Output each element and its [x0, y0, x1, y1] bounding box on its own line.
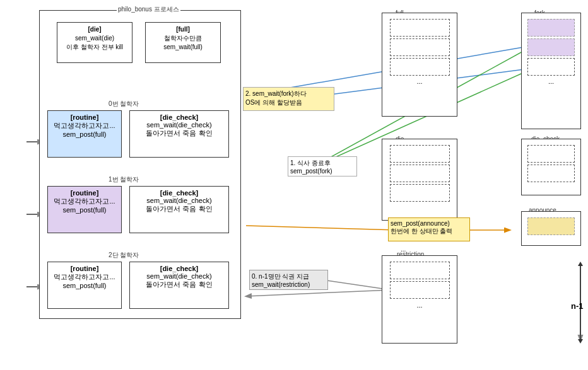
- routine-box-1: [routine] 먹고생각하고자고... sem_post(full): [47, 186, 122, 233]
- restriction-annotation: 0. n-1명만 식권 지급sem_wait(restriction): [249, 270, 328, 290]
- fork-annotation: 2. sem_wait(fork)하다OS에 의해 할당받음: [243, 87, 334, 111]
- fork-sem-item-2: [527, 58, 575, 76]
- full-sem-item-2: [390, 58, 450, 76]
- announce-action-text: sem_post(announce)한번에 한 상태만 출력: [391, 220, 467, 236]
- die-check-sub2-2: 돌아가면서 죽음 확인: [132, 280, 226, 289]
- routine-sub2-1: sem_post(full): [50, 206, 119, 214]
- routine-sub1-2: 먹고생각하고자고...: [50, 272, 119, 282]
- die-sub1: sem_wait(die): [60, 34, 129, 43]
- fork-sem-container: ...: [521, 13, 581, 129]
- die-sub2: 이후 철학자 전부 kill: [60, 43, 129, 52]
- fork-arrow-text: 2. sem_wait(fork)하다OS에 의해 할당받음: [245, 90, 332, 107]
- section-label-2: 2단 철학자: [107, 251, 140, 260]
- routine-label-1: [routine]: [50, 189, 119, 197]
- svg-marker-13: [578, 262, 583, 266]
- fork-sem-dots: ...: [526, 78, 577, 85]
- die-check-box-1: [die_check] sem_wait(die_check) 돌아가면서 죽음…: [129, 186, 229, 233]
- full-sem-item-0: [390, 19, 450, 37]
- svg-line-4: [246, 226, 397, 230]
- section-label-0: 0번 철학자: [107, 100, 140, 108]
- die-check-box-0: [die_check] sem_wait(die_check) 돌아가면서 죽음…: [129, 110, 229, 158]
- die-check-label-1: [die_check]: [132, 189, 226, 197]
- fork-sem-item-0: [527, 19, 575, 37]
- fork-sem-item-1: [527, 38, 575, 56]
- full-sub1: 철학자수만큼: [148, 34, 218, 43]
- announce-action-box: sem_post(announce)한번에 한 상태만 출력: [388, 217, 470, 241]
- section-label-1: 1번 철학자: [107, 175, 140, 184]
- routine-label-0: [routine]: [50, 113, 119, 121]
- diagram: philo_bonus 프로세스 [die] sem_wait(die) 이후 …: [0, 0, 588, 370]
- routine-sub1-1: 먹고생각하고자고...: [50, 197, 119, 206]
- die-check-sub1-2: sem_wait(die_check): [132, 272, 226, 280]
- restriction-sem-item-1: [390, 281, 450, 299]
- full-box: [full] 철학자수만큼 sem_wait(full): [145, 22, 221, 63]
- full-sem-dots: ...: [386, 78, 453, 85]
- die-arrow-text: 1. 식사 종료후sem_post(fork): [290, 159, 355, 175]
- full-label: [full]: [148, 25, 218, 34]
- die-sem-item-2: [390, 184, 450, 202]
- die-check-sub1-0: sem_wait(die_check): [132, 121, 226, 129]
- routine-sub1-0: 먹고생각하고자고...: [50, 121, 119, 130]
- philo-process-label: philo_bonus 프로세스: [117, 5, 180, 14]
- die-check-sub1-1: sem_wait(die_check): [132, 197, 226, 204]
- svg-marker-14: [578, 339, 583, 344]
- routine-label-2: [routine]: [50, 265, 119, 272]
- announce-dots: ...: [401, 246, 406, 253]
- die-box: [die] sem_wait(die) 이후 철학자 전부 kill: [57, 22, 132, 63]
- die-check-sem-item-1: [527, 165, 575, 182]
- die-sem-item-0: [390, 145, 450, 163]
- routine-sub2-0: sem_post(full): [50, 130, 119, 138]
- die-check-sem-container: [521, 139, 581, 195]
- die-check-box-2: [die_check] sem_wait(die_check) 돌아가면서 죽음…: [129, 262, 229, 309]
- die-check-sub2-1: 돌아가면서 죽음 확인: [132, 204, 226, 214]
- routine-box-2: [routine] 먹고생각하고자고... sem_post(full): [47, 262, 122, 309]
- die-sem-item-1: [390, 165, 450, 182]
- announce-sem-container: [521, 211, 581, 246]
- full-sem-container: ...: [382, 13, 457, 117]
- die-check-label-2: [die_check]: [132, 265, 226, 272]
- die-annotation: 1. 식사 종료후sem_post(fork): [288, 156, 357, 176]
- n-minus-1-label: n-1: [571, 301, 584, 311]
- svg-line-7: [246, 290, 391, 296]
- routine-box-0: [routine] 먹고생각하고자고... sem_post(full): [47, 110, 122, 158]
- die-check-sub2-0: 돌아가면서 죽음 확인: [132, 129, 226, 138]
- die-sem-container: [382, 139, 457, 221]
- restriction-sem-dots: ...: [386, 301, 453, 309]
- restriction-sem-container: ...: [382, 255, 457, 344]
- full-sem-item-1: [390, 38, 450, 56]
- restriction-text: 0. n-1명만 식권 지급sem_wait(restriction): [252, 272, 326, 288]
- restriction-sem-item-0: [390, 262, 450, 279]
- svg-line-6: [319, 279, 391, 290]
- announce-sem-item-0: [527, 217, 575, 235]
- full-sub2: sem_wait(full): [148, 43, 218, 52]
- die-label: [die]: [60, 25, 129, 34]
- routine-sub2-2: sem_post(full): [50, 282, 119, 289]
- die-check-sem-item-0: [527, 145, 575, 163]
- die-check-label-0: [die_check]: [132, 113, 226, 121]
